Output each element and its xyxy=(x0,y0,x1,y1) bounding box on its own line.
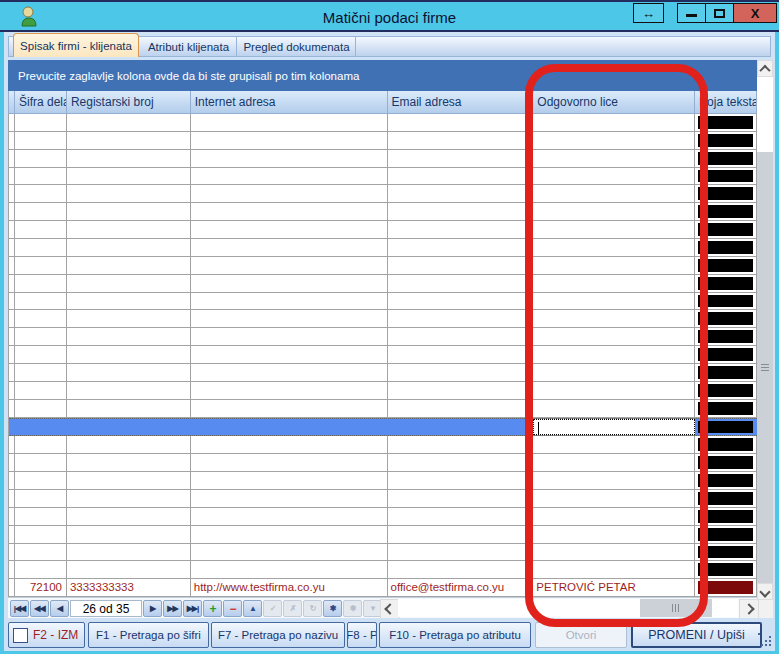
grid-cell-odgovorno[interactable] xyxy=(533,454,695,471)
grid-cell-internet[interactable] xyxy=(191,472,388,489)
grid-cell-odgovorno[interactable] xyxy=(533,472,695,489)
grid-cell-registarski[interactable] xyxy=(67,239,191,256)
nav-first-button[interactable]: |◀◀ xyxy=(10,600,29,617)
grid-cell-odgovorno[interactable] xyxy=(533,400,695,417)
grid-cell-registarski[interactable] xyxy=(67,400,191,417)
close-button[interactable]: X xyxy=(733,3,777,23)
group-by-panel[interactable]: Prevucite zaglavlje kolona ovde da bi st… xyxy=(8,60,757,91)
grid-cell-boja[interactable] xyxy=(695,203,757,220)
grid-cell-internet[interactable] xyxy=(191,346,388,363)
grid-cell-registarski[interactable] xyxy=(67,132,191,149)
grid-cell-registarski[interactable] xyxy=(67,257,191,274)
grid-cell-internet[interactable] xyxy=(191,508,388,525)
grid-cell-sifra[interactable] xyxy=(15,454,67,471)
table-row[interactable] xyxy=(9,490,757,508)
grid-cell-email[interactable] xyxy=(388,490,534,507)
grid-cell-boja[interactable] xyxy=(695,310,757,327)
grid-cell-internet[interactable] xyxy=(191,364,388,381)
v-scrollbar-up-button[interactable] xyxy=(757,60,773,77)
grid-cell-registarski[interactable] xyxy=(67,221,191,238)
table-row[interactable] xyxy=(9,526,757,544)
h-scrollbar-right-button[interactable] xyxy=(739,599,759,619)
grid-cell-internet[interactable] xyxy=(191,328,388,345)
grid-cell-odgovorno[interactable] xyxy=(533,150,695,167)
v-scrollbar-down-button[interactable] xyxy=(757,583,773,600)
table-row[interactable] xyxy=(9,436,757,454)
grid-cell-sifra[interactable] xyxy=(15,561,67,578)
grid-cell-odgovorno[interactable] xyxy=(533,239,695,256)
grid-cell-boja[interactable] xyxy=(695,490,757,507)
table-row[interactable] xyxy=(9,364,757,382)
grid-cell-sifra[interactable] xyxy=(15,203,67,220)
grid-cell-registarski[interactable] xyxy=(67,526,191,543)
tab-atributi-klijenata[interactable]: Atributi klijenata xyxy=(141,37,237,56)
grid-cell-boja[interactable] xyxy=(695,257,757,274)
grid-cell-registarski[interactable] xyxy=(67,382,191,399)
grid-cell-boja[interactable] xyxy=(695,239,757,256)
table-row[interactable] xyxy=(9,418,757,437)
grid-cell-boja[interactable] xyxy=(695,436,757,453)
grid-cell-boja[interactable] xyxy=(695,400,757,417)
table-row[interactable] xyxy=(9,400,757,418)
grid-cell-internet[interactable] xyxy=(191,239,388,256)
grid-cell-email[interactable] xyxy=(388,168,534,185)
table-row[interactable] xyxy=(9,454,757,472)
grid-cell-boja[interactable] xyxy=(695,328,757,345)
grid-cell-sifra[interactable] xyxy=(15,364,67,381)
grid-cell-email[interactable] xyxy=(388,114,534,131)
table-row[interactable]: 721003333333333http://www.testfirma.co.y… xyxy=(9,579,757,597)
grid-cell-email[interactable] xyxy=(388,454,534,471)
table-row[interactable] xyxy=(9,382,757,400)
grid-cell-internet[interactable] xyxy=(191,132,388,149)
grid-cell-internet[interactable] xyxy=(191,561,388,578)
grid-cell-sifra[interactable]: 72100 xyxy=(15,579,67,596)
f8-button[interactable]: F8 - P xyxy=(347,622,377,648)
grid-cell-odgovorno[interactable] xyxy=(533,436,695,453)
grid-cell-email[interactable] xyxy=(388,132,534,149)
grid-cell-email[interactable]: office@testfirma.co.yu xyxy=(388,579,534,596)
grid-cell-registarski[interactable] xyxy=(67,185,191,202)
grid-cell-email[interactable] xyxy=(388,561,534,578)
grid-cell-boja[interactable] xyxy=(695,346,757,363)
grid-cell-sifra[interactable] xyxy=(15,239,67,256)
grid-cell-internet[interactable] xyxy=(191,400,388,417)
grid-cell-sifra[interactable] xyxy=(15,150,67,167)
table-row[interactable] xyxy=(9,561,757,579)
grid-cell-internet[interactable] xyxy=(191,221,388,238)
nav-prior-page-button[interactable]: ◀◀ xyxy=(30,600,49,617)
grid-cell-boja[interactable] xyxy=(695,150,757,167)
grid-cell-boja[interactable] xyxy=(695,382,757,399)
grid-cell-registarski[interactable] xyxy=(67,561,191,578)
maximize-button[interactable] xyxy=(705,3,734,23)
grid-cell-email[interactable] xyxy=(388,472,534,489)
grid-cell-registarski[interactable] xyxy=(67,419,191,436)
grid-cell-registarski[interactable] xyxy=(67,203,191,220)
nav-next-button[interactable]: ▶ xyxy=(143,600,162,617)
grid-cell-sifra[interactable] xyxy=(15,436,67,453)
f2-checkbox[interactable] xyxy=(13,628,28,643)
grid-cell-registarski[interactable] xyxy=(67,346,191,363)
v-scrollbar[interactable] xyxy=(757,60,773,600)
h-scrollbar-left-button[interactable] xyxy=(380,599,400,619)
grid-cell-sifra[interactable] xyxy=(15,310,67,327)
f1-button[interactable]: F1 - Pretraga po šifri xyxy=(88,622,209,648)
grid-cell-registarski[interactable] xyxy=(67,293,191,310)
grid-cell-odgovorno[interactable] xyxy=(533,168,695,185)
grid-cell-odgovorno[interactable] xyxy=(533,526,695,543)
table-row[interactable] xyxy=(9,203,757,221)
grid-cell-sifra[interactable] xyxy=(15,400,67,417)
grid-cell-email[interactable] xyxy=(388,400,534,417)
grid-cell-odgovorno[interactable] xyxy=(533,561,695,578)
grid-cell-email[interactable] xyxy=(388,185,534,202)
grid-cell-email[interactable] xyxy=(388,310,534,327)
nav-last-button[interactable]: ▶▶| xyxy=(183,600,202,617)
grid-cell-sifra[interactable] xyxy=(15,114,67,131)
column-header-odgovorno[interactable]: Odgovorno lice xyxy=(533,91,695,114)
table-row[interactable] xyxy=(9,310,757,328)
grid-cell-boja[interactable] xyxy=(695,526,757,543)
nav-bookmark-button[interactable]: ✱ xyxy=(323,600,342,617)
grid-cell-odgovorno[interactable] xyxy=(533,257,695,274)
table-row[interactable] xyxy=(9,168,757,186)
grid-cell-registarski[interactable] xyxy=(67,150,191,167)
grid-cell-odgovorno[interactable] xyxy=(533,275,695,292)
